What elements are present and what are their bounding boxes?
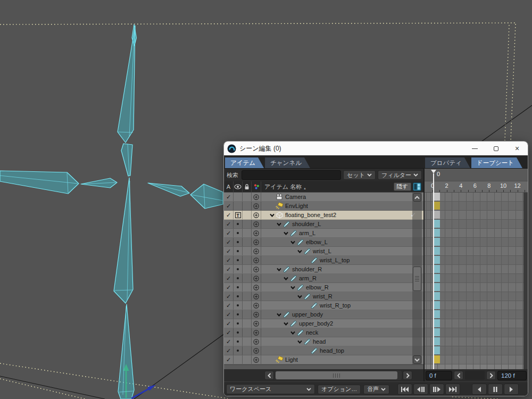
enable-check-icon[interactable]: ✓ (224, 247, 234, 255)
jump-end-button[interactable] (445, 384, 460, 395)
expand-chevron-icon[interactable] (282, 322, 289, 326)
keyframe-cell[interactable] (434, 265, 440, 273)
enable-check-icon[interactable]: ✓ (224, 283, 234, 292)
enable-check-icon[interactable]: ✓ (224, 292, 234, 301)
visibility-dot-icon[interactable] (234, 193, 243, 201)
add-circle-icon[interactable] (252, 247, 261, 255)
keyframe-cell[interactable] (434, 301, 440, 309)
tree-row[interactable]: ✓head (224, 337, 423, 346)
visibility-dot-icon[interactable] (234, 274, 243, 282)
hide-button[interactable]: 隠す (394, 182, 411, 191)
visibility-dot-icon[interactable] (234, 229, 243, 237)
dopesheet-scrollbar[interactable] (523, 193, 528, 369)
enable-check-icon[interactable]: ✓ (224, 328, 234, 337)
visibility-dot-icon[interactable] (234, 220, 243, 228)
tree-row[interactable]: ✓Camera (224, 193, 423, 202)
tree-row[interactable]: ✓upper_body (224, 310, 423, 319)
add-circle-icon[interactable] (252, 229, 261, 237)
tree-row[interactable]: ✓Light (224, 355, 423, 364)
lock-cell[interactable] (243, 355, 252, 364)
tab-ドープシート[interactable]: ドープシート (471, 157, 522, 168)
enable-check-icon[interactable]: ✓ (224, 301, 234, 310)
visibility-dot-icon[interactable] (234, 337, 243, 346)
scroll-down-button[interactable] (413, 355, 421, 364)
enable-check-icon[interactable]: ✓ (224, 310, 234, 319)
add-circle-icon[interactable] (252, 292, 261, 301)
enable-check-icon[interactable]: ✓ (224, 265, 234, 273)
set-dropdown[interactable]: セット (343, 170, 376, 180)
add-circle-icon[interactable] (252, 310, 261, 319)
range-right-button[interactable] (486, 371, 496, 380)
timeline-ruler[interactable]: 02468101214 (425, 181, 528, 193)
visibility-dot-icon[interactable] (234, 319, 243, 328)
tree-row[interactable]: ✓head_top (224, 346, 423, 355)
lock-cell[interactable] (243, 283, 252, 292)
add-circle-icon[interactable] (252, 337, 261, 346)
step-back-button[interactable] (413, 384, 428, 395)
close-button[interactable]: × (506, 142, 528, 155)
play-forward-button[interactable] (504, 384, 519, 395)
tree-row[interactable]: ✓shoulder_R (224, 265, 423, 274)
color-tag-icon[interactable] (252, 181, 261, 192)
add-circle-icon[interactable] (252, 211, 261, 219)
keyframe-cell[interactable] (434, 229, 440, 237)
expand-chevron-icon[interactable] (276, 313, 282, 317)
lock-cell[interactable] (243, 319, 252, 328)
tree-row[interactable]: ✓arm_R (224, 274, 423, 283)
scroll-up-button[interactable] (413, 193, 421, 202)
tree-row[interactable]: ✓wrist_L (224, 247, 423, 256)
playhead-marker-icon[interactable] (431, 170, 436, 173)
range-scrollbar-track[interactable] (465, 371, 485, 380)
expand-chevron-icon[interactable] (276, 268, 282, 271)
transform-mark-icon[interactable]: T (234, 211, 243, 219)
audio-dropdown[interactable]: 音声 (363, 385, 389, 394)
horizontal-scrollbar-track[interactable] (275, 371, 402, 380)
add-circle-icon[interactable] (252, 328, 261, 337)
pause-button[interactable] (488, 384, 503, 395)
lock-cell[interactable] (243, 301, 252, 310)
tab-チャンネル[interactable]: チャンネル (265, 157, 310, 168)
keyframe-cell[interactable] (434, 346, 440, 354)
end-frame-field[interactable]: 120 f (497, 371, 527, 380)
add-circle-icon[interactable] (252, 202, 261, 210)
lock-cell[interactable] (243, 292, 252, 301)
expand-chevron-icon[interactable] (282, 277, 289, 280)
lock-cell[interactable] (243, 193, 252, 201)
start-frame-field[interactable]: 0 f (426, 371, 452, 380)
tree-scrollbar[interactable] (412, 193, 422, 364)
keyframe-cell[interactable] (434, 211, 440, 219)
horizontal-scrollbar-thumb[interactable] (276, 371, 397, 379)
visibility-dot-icon[interactable] (234, 310, 243, 319)
expand-chevron-icon[interactable] (289, 240, 296, 244)
scroll-right-button[interactable] (403, 371, 412, 380)
dopesheet-grid[interactable] (425, 193, 528, 364)
enable-check-icon[interactable]: ✓ (224, 355, 234, 364)
step-forward-button[interactable] (429, 384, 444, 395)
list-style-icon[interactable] (413, 182, 421, 191)
keyframe-cell[interactable] (434, 292, 440, 300)
visibility-dot-icon[interactable] (234, 283, 243, 292)
tab-アイテム[interactable]: アイテム (225, 157, 264, 168)
keyframe-cell[interactable] (434, 328, 440, 336)
keyframe-cell[interactable] (434, 238, 440, 246)
lock-cell[interactable] (243, 337, 252, 346)
add-circle-icon[interactable] (252, 346, 261, 355)
tree-row[interactable]: ✓elbow_R (224, 283, 423, 292)
expand-chevron-icon[interactable] (296, 295, 303, 298)
tree-row[interactable]: ✓wrist_R (224, 292, 423, 301)
lock-icon[interactable] (243, 181, 252, 192)
tree-row[interactable]: ✓wrist_R_top (224, 301, 423, 310)
search-input[interactable] (242, 170, 341, 180)
visibility-dot-icon[interactable] (234, 301, 243, 310)
visibility-dot-icon[interactable] (234, 238, 243, 246)
keyframe-cell[interactable] (434, 310, 440, 318)
enable-check-icon[interactable]: ✓ (224, 220, 234, 228)
expand-chevron-icon[interactable] (289, 331, 296, 335)
lock-cell[interactable] (243, 202, 252, 210)
lock-cell[interactable] (243, 346, 252, 355)
range-left-button[interactable] (454, 371, 463, 380)
tree-row[interactable]: ✓neck (224, 328, 423, 337)
keyframe-cell[interactable] (434, 337, 440, 345)
add-circle-icon[interactable] (252, 238, 261, 246)
keyframe-cell[interactable] (434, 355, 440, 363)
